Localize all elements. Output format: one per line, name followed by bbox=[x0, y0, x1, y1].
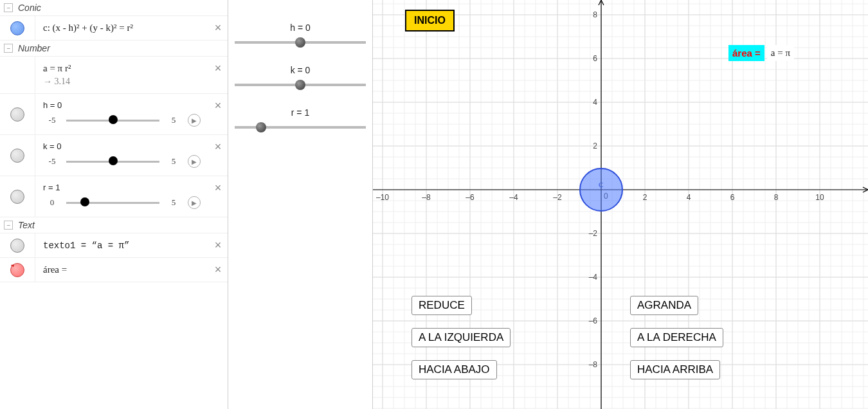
play-icon[interactable]: ▶ bbox=[188, 114, 201, 127]
texto1-def: texto1 = “a = π” bbox=[43, 241, 129, 251]
row-a[interactable]: a = π r² → 3.14 × bbox=[0, 57, 228, 94]
play-icon[interactable]: ▶ bbox=[188, 196, 201, 209]
inicio-button[interactable]: INICIO bbox=[405, 10, 455, 32]
algebra-panel: − Conic c: (x - h)² + (y - k)² = r² × − … bbox=[0, 0, 228, 409]
slider-h-label: h = 0 bbox=[43, 96, 201, 111]
mid-h-label: h = 0 bbox=[235, 23, 366, 33]
collapse-icon[interactable]: − bbox=[4, 3, 13, 12]
section-label-text: Text bbox=[18, 220, 35, 230]
up-button[interactable]: HACIA ARRIBA bbox=[630, 360, 720, 379]
row-k[interactable]: k = 0 -5 5 ▶ × bbox=[0, 135, 228, 176]
graphics-view[interactable]: INICIO área = a = π C REDUCE A LA IZQUIE… bbox=[373, 0, 868, 409]
k-min: -5 bbox=[43, 156, 61, 167]
down-button[interactable]: HACIA ABAJO bbox=[411, 360, 497, 379]
section-text[interactable]: − Text bbox=[0, 217, 228, 233]
marker-point-icon[interactable] bbox=[10, 190, 24, 204]
circle-c[interactable] bbox=[579, 168, 623, 212]
conic-formula: c: (x - h)² + (y - k)² = r² bbox=[35, 16, 208, 40]
area-label: área = bbox=[728, 45, 764, 61]
k-max: 5 bbox=[165, 156, 183, 167]
a-formula: a = π r² bbox=[43, 63, 201, 74]
row-texto1[interactable]: texto1 = “a = π” × bbox=[0, 233, 228, 258]
row-area-text[interactable]: ❞ área = × bbox=[0, 258, 228, 282]
mid-slider-k[interactable]: k = 0 bbox=[235, 65, 366, 91]
area-readout: área = a = π bbox=[728, 45, 794, 61]
mid-slider-r[interactable]: r = 1 bbox=[235, 107, 366, 133]
marker-point-icon[interactable] bbox=[10, 239, 24, 253]
left-button[interactable]: A LA IZQUIERDA bbox=[411, 328, 511, 347]
section-label-conic: Conic bbox=[18, 3, 41, 13]
close-icon[interactable]: × bbox=[208, 94, 228, 134]
r-max: 5 bbox=[165, 197, 183, 208]
h-min: -5 bbox=[43, 115, 61, 125]
section-label-number: Number bbox=[18, 43, 50, 53]
slider-k-label: k = 0 bbox=[43, 138, 201, 152]
circle-c-label: C bbox=[599, 181, 603, 188]
enlarge-button[interactable]: AGRANDA bbox=[630, 296, 698, 315]
play-icon[interactable]: ▶ bbox=[188, 155, 201, 168]
close-icon[interactable]: × bbox=[208, 57, 228, 93]
marker-point-icon[interactable] bbox=[10, 107, 24, 122]
close-icon[interactable]: × bbox=[208, 16, 228, 40]
h-max: 5 bbox=[165, 115, 183, 125]
reduce-button[interactable]: REDUCE bbox=[411, 296, 472, 315]
a-value: → 3.14 bbox=[43, 74, 201, 87]
mid-r-label: r = 1 bbox=[235, 107, 366, 118]
close-icon[interactable]: × bbox=[208, 135, 228, 176]
right-button[interactable]: A LA DERECHA bbox=[630, 328, 723, 347]
collapse-icon[interactable]: − bbox=[4, 44, 13, 53]
marker-point-icon[interactable] bbox=[10, 149, 24, 163]
grid-canvas bbox=[373, 0, 868, 409]
slider-r[interactable] bbox=[66, 197, 159, 208]
r-min: 0 bbox=[43, 197, 61, 208]
slider-k[interactable] bbox=[66, 156, 159, 167]
marker-circle-icon[interactable] bbox=[10, 21, 24, 35]
sliders-panel: h = 0 k = 0 r = 1 bbox=[228, 0, 373, 409]
mid-k-label: k = 0 bbox=[235, 65, 366, 75]
marker-quote-icon[interactable]: ❞ bbox=[10, 263, 24, 277]
row-h[interactable]: h = 0 -5 5 ▶ × bbox=[0, 94, 228, 135]
section-conic[interactable]: − Conic bbox=[0, 0, 228, 16]
area-value: a = π bbox=[767, 45, 794, 61]
slider-r-label: r = 1 bbox=[43, 179, 201, 194]
mid-slider-h[interactable]: h = 0 bbox=[235, 23, 366, 48]
row-r[interactable]: r = 1 0 5 ▶ × bbox=[0, 176, 228, 217]
slider-h[interactable] bbox=[66, 115, 159, 125]
close-icon[interactable]: × bbox=[208, 258, 228, 282]
row-conic[interactable]: c: (x - h)² + (y - k)² = r² × bbox=[0, 16, 228, 41]
close-icon[interactable]: × bbox=[208, 176, 228, 217]
close-icon[interactable]: × bbox=[208, 233, 228, 257]
collapse-icon[interactable]: − bbox=[4, 221, 13, 230]
area-text-def: área = bbox=[43, 264, 67, 275]
section-number[interactable]: − Number bbox=[0, 41, 228, 57]
